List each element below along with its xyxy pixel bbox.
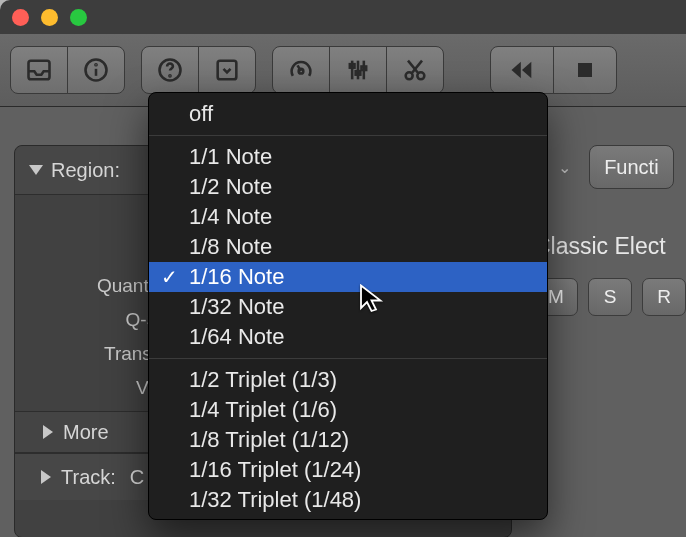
svg-marker-19	[512, 62, 521, 78]
svg-point-3	[95, 64, 96, 65]
stop-icon	[571, 56, 599, 84]
functions-label: Functi	[604, 156, 658, 179]
zoom-window-button[interactable]	[70, 9, 87, 26]
track-header-suffix: C	[130, 466, 144, 489]
mixer-button[interactable]	[329, 46, 387, 94]
chevron-down-icon[interactable]: ⌄	[558, 158, 571, 177]
svg-rect-21	[578, 63, 592, 77]
rewind-icon	[508, 56, 536, 84]
smart-controls-button[interactable]	[272, 46, 330, 94]
quantize-option-1-1[interactable]: 1/1 Note	[149, 142, 547, 172]
quantize-option-1-32[interactable]: 1/32 Note	[149, 292, 547, 322]
sliders-icon	[344, 56, 372, 84]
more-label: More	[63, 421, 109, 444]
track-header-label: Track:	[61, 466, 116, 489]
quantize-option-off[interactable]: off	[149, 99, 547, 129]
stop-button[interactable]	[553, 46, 617, 94]
library-button[interactable]	[10, 46, 68, 94]
question-icon	[156, 56, 184, 84]
scissors-icon	[401, 56, 429, 84]
disclosure-down-icon	[29, 165, 43, 175]
quantize-menu[interactable]: off 1/1 Note 1/2 Note 1/4 Note 1/8 Note …	[148, 92, 548, 520]
quantize-option-1-4[interactable]: 1/4 Note	[149, 202, 547, 232]
window-titlebar	[0, 0, 686, 34]
quantize-option-triplet-1-32[interactable]: 1/32 Triplet (1/48)	[149, 485, 547, 515]
quantize-option-triplet-1-2[interactable]: 1/2 Triplet (1/3)	[149, 365, 547, 395]
editors-button[interactable]	[386, 46, 444, 94]
toolbar-menu-button[interactable]	[198, 46, 256, 94]
rewind-button[interactable]	[490, 46, 554, 94]
menu-separator	[149, 358, 547, 359]
inspector-button[interactable]	[67, 46, 125, 94]
quantize-option-1-8[interactable]: 1/8 Note	[149, 232, 547, 262]
quantize-option-triplet-1-4[interactable]: 1/4 Triplet (1/6)	[149, 395, 547, 425]
quantize-option-1-16[interactable]: 1/16 Note	[149, 262, 547, 292]
functions-menu-button[interactable]: Functi	[589, 145, 673, 189]
dial-icon	[287, 56, 315, 84]
track-record-button[interactable]: R	[642, 278, 686, 316]
quantize-option-1-64[interactable]: 1/64 Note	[149, 322, 547, 352]
disclosure-right-icon	[43, 425, 53, 439]
help-button[interactable]	[141, 46, 199, 94]
track-solo-button[interactable]: S	[588, 278, 632, 316]
quantize-option-1-2[interactable]: 1/2 Note	[149, 172, 547, 202]
close-window-button[interactable]	[12, 9, 29, 26]
svg-point-5	[169, 75, 170, 76]
track-name-label: Classic Elect	[534, 233, 686, 260]
chevron-down-panel-icon	[213, 56, 241, 84]
svg-rect-6	[218, 61, 237, 80]
region-header-label: Region:	[51, 159, 120, 182]
svg-marker-20	[522, 62, 531, 78]
menu-separator	[149, 135, 547, 136]
tray-icon	[25, 56, 53, 84]
disclosure-right-icon	[41, 470, 51, 484]
minimize-window-button[interactable]	[41, 9, 58, 26]
quantize-option-triplet-1-16[interactable]: 1/16 Triplet (1/24)	[149, 455, 547, 485]
quantize-option-triplet-1-8[interactable]: 1/8 Triplet (1/12)	[149, 425, 547, 455]
info-icon	[82, 56, 110, 84]
